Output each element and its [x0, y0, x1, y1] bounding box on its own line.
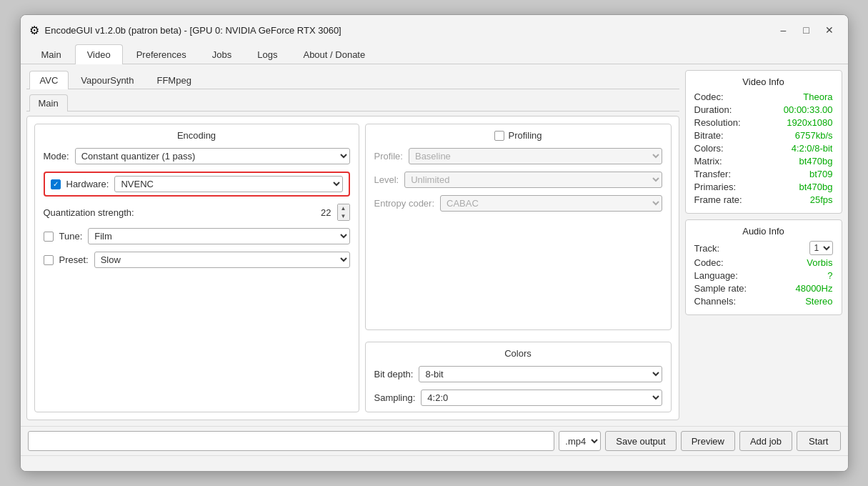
audio-language-val: ?: [827, 270, 832, 281]
status-bar: [21, 455, 848, 471]
bitdepth-select[interactable]: 8-bit 10-bit: [419, 366, 662, 382]
tune-checkbox[interactable]: [44, 232, 54, 242]
quant-down[interactable]: ▼: [338, 212, 349, 220]
audio-samplerate-key: Sample rate:: [694, 283, 747, 294]
video-duration-key: Duration:: [694, 104, 732, 115]
hardware-label: Hardware:: [66, 179, 109, 189]
close-button[interactable]: ✕: [819, 22, 839, 38]
hardware-select[interactable]: NVENC AMF QuickSync: [114, 176, 342, 192]
sampling-select[interactable]: 4:2:0 4:2:2 4:4:4: [421, 390, 662, 406]
audio-samplerate-row: Sample rate: 48000Hz: [694, 283, 833, 294]
quantization-row: Quantization strength: 22 ▲ ▼: [44, 204, 350, 221]
right-config: Profiling Profile: Baseline Main High Le…: [365, 124, 672, 412]
video-resolution-key: Resolution:: [694, 117, 741, 128]
video-codec-row: Codec: Theora: [694, 91, 833, 102]
video-framerate-val: 25fps: [810, 194, 833, 205]
preset-row: Preset: Slow Fast Medium: [44, 252, 350, 268]
inner-tab-main[interactable]: Main: [29, 94, 68, 111]
tune-select[interactable]: Film Animation Grain: [88, 228, 349, 244]
tab-logs[interactable]: Logs: [245, 44, 289, 64]
title-bar: ⚙ EncodeGUI v1.2.0b (patron beta) - [GPU…: [21, 15, 848, 44]
video-colors-key: Colors:: [694, 143, 724, 154]
video-colors-row: Colors: 4:2:0/8-bit: [694, 143, 833, 154]
tab-preferences[interactable]: Preferences: [124, 44, 199, 64]
audio-samplerate-val: 48000Hz: [795, 283, 832, 294]
quant-value: 22: [321, 207, 331, 218]
video-resolution-val: 1920x1080: [787, 117, 832, 128]
tab-about[interactable]: About / Donate: [291, 44, 377, 64]
minimize-button[interactable]: –: [774, 22, 794, 38]
audio-channels-row: Channels: Stereo: [694, 296, 833, 307]
profile-label: Profile:: [374, 151, 403, 162]
video-matrix-row: Matrix: bt470bg: [694, 156, 833, 167]
video-framerate-key: Frame rate:: [694, 194, 742, 205]
format-select[interactable]: .mp4 .mkv .mov .avi: [559, 431, 601, 451]
audio-language-key: Language:: [694, 270, 738, 281]
audio-info-title: Audio Info: [694, 226, 833, 237]
audio-track-select[interactable]: 1 2: [809, 241, 833, 255]
audio-language-row: Language: ?: [694, 270, 833, 281]
video-bitrate-key: Bitrate:: [694, 130, 724, 141]
window-controls: – □ ✕: [774, 22, 839, 38]
right-panel: Video Info Codec: Theora Duration: 00:00…: [685, 70, 842, 420]
audio-channels-val: Stereo: [805, 296, 832, 307]
tab-main[interactable]: Main: [29, 44, 74, 64]
video-codec-val: Theora: [803, 91, 832, 102]
add-job-button[interactable]: Add job: [739, 431, 792, 451]
hardware-row: Hardware: NVENC AMF QuickSync: [44, 172, 350, 197]
preview-button[interactable]: Preview: [681, 431, 735, 451]
profile-select[interactable]: Baseline Main High: [409, 148, 662, 164]
bitdepth-row: Bit depth: 8-bit 10-bit: [374, 366, 662, 382]
video-primaries-val: bt470bg: [799, 182, 833, 192]
sub-tab-vapoursynth[interactable]: VapourSynth: [70, 71, 144, 89]
preset-select[interactable]: Slow Fast Medium: [94, 252, 350, 268]
window-title: EncodeGUI v1.2.0b (patron beta) - [GPU 0…: [45, 25, 341, 36]
bottom-bar: .mp4 .mkv .mov .avi Save output Preview …: [21, 426, 848, 455]
sub-tab-avc[interactable]: AVC: [29, 71, 69, 89]
audio-codec-val: Vorbis: [807, 257, 832, 268]
level-label: Level:: [374, 174, 399, 185]
maximize-button[interactable]: □: [797, 22, 817, 38]
audio-channels-key: Channels:: [694, 296, 737, 307]
profiling-checkbox[interactable]: [494, 131, 504, 141]
hardware-checkbox[interactable]: [51, 179, 61, 189]
profiling-header: Profiling: [374, 130, 662, 141]
preset-checkbox[interactable]: [44, 255, 54, 265]
video-bitrate-val: 6757kb/s: [795, 130, 833, 141]
save-output-button[interactable]: Save output: [605, 431, 676, 451]
start-button[interactable]: Start: [797, 431, 840, 451]
entropy-select[interactable]: CABAC CAVLC: [440, 195, 662, 212]
encoding-box: Encoding Mode: Constant quantizer (1 pas…: [34, 124, 359, 412]
audio-track-key: Track:: [694, 243, 720, 254]
video-transfer-val: bt709: [809, 169, 833, 179]
video-primaries-key: Primaries:: [694, 182, 737, 192]
sub-tab-ffmpeg[interactable]: FFMpeg: [146, 71, 201, 89]
audio-codec-row: Codec: Vorbis: [694, 257, 833, 268]
video-info-title: Video Info: [694, 76, 833, 87]
mode-row: Mode: Constant quantizer (1 pass) Consta…: [44, 148, 350, 164]
quant-up[interactable]: ▲: [338, 204, 349, 212]
entropy-label: Entropy coder:: [374, 198, 435, 209]
profile-row: Profile: Baseline Main High: [374, 148, 662, 164]
audio-codec-key: Codec:: [694, 257, 724, 268]
video-framerate-row: Frame rate: 25fps: [694, 194, 833, 205]
app-icon: ⚙: [29, 24, 39, 37]
video-matrix-val: bt470bg: [799, 156, 833, 167]
video-duration-row: Duration: 00:00:33.00: [694, 104, 833, 115]
sampling-label: Sampling:: [374, 392, 416, 403]
video-bitrate-row: Bitrate: 6757kb/s: [694, 130, 833, 141]
quant-spinner: ▲ ▼: [337, 204, 350, 221]
sampling-row: Sampling: 4:2:0 4:2:2 4:4:4: [374, 390, 662, 406]
profiling-box: Profiling Profile: Baseline Main High Le…: [365, 124, 672, 330]
main-window: ⚙ EncodeGUI v1.2.0b (patron beta) - [GPU…: [20, 14, 849, 472]
video-resolution-row: Resolution: 1920x1080: [694, 117, 833, 128]
sub-tab-bar: AVC VapourSynth FFMpeg: [26, 70, 679, 89]
mode-select[interactable]: Constant quantizer (1 pass) Constant bit…: [75, 148, 350, 164]
video-colors-val: 4:2:0/8-bit: [792, 143, 833, 154]
tab-jobs[interactable]: Jobs: [200, 44, 244, 64]
file-path-input[interactable]: [28, 431, 555, 451]
tab-video[interactable]: Video: [75, 44, 123, 64]
level-select[interactable]: Unlimited: [404, 172, 662, 188]
level-row: Level: Unlimited: [374, 172, 662, 188]
quant-label: Quantization strength:: [44, 207, 134, 218]
